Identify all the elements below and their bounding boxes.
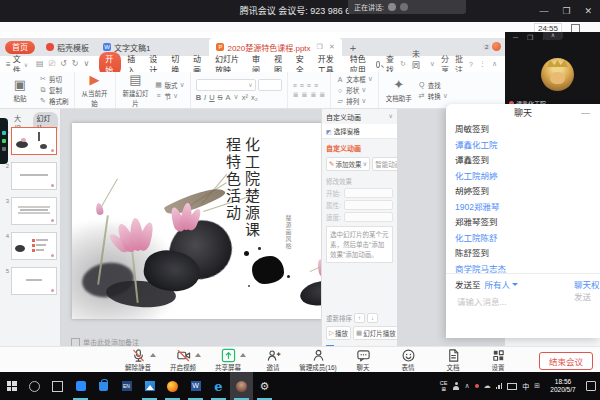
font-family-select[interactable] — [196, 79, 256, 91]
participant-avatar — [541, 58, 574, 91]
close-tab-icon[interactable]: ✕ — [329, 43, 335, 51]
layout-button[interactable]: ▦版式∨ — [155, 80, 185, 90]
section-button[interactable]: ≡节∨ — [155, 91, 185, 101]
convert-button[interactable]: ⇄转换∨ — [418, 91, 448, 101]
emoji-button[interactable]: 表情 — [392, 348, 424, 372]
font-size-select[interactable] — [258, 79, 282, 91]
collapse-video-button[interactable]: ∧ — [543, 32, 563, 40]
paragraph-buttons[interactable]: ≡≡≡≡ ≣≣≣≣ — [293, 82, 326, 98]
slide-thumbnail[interactable]: 4 — [2, 232, 60, 260]
chat-footer: 发送至 所有人 聊天权限 发送 — [446, 273, 600, 308]
chat-message: 1902郑雅琴 — [455, 200, 600, 216]
people-icon[interactable] — [453, 382, 460, 390]
doc-assistant-button[interactable]: ✦ 文档助手 — [384, 78, 414, 103]
share-screen-button[interactable]: 共享屏幕 — [212, 348, 244, 372]
slideshow-button[interactable]: ▦幻灯片播放 — [353, 326, 397, 340]
cut-icon: ✂ — [39, 75, 47, 83]
hidden-icons-chevron[interactable]: ∧ — [465, 382, 470, 390]
chat-button[interactable]: 聊天 — [347, 348, 379, 372]
collapse-ribbon-icon[interactable]: ∧ — [492, 60, 497, 68]
slide-thumbnail[interactable]: 3 — [2, 197, 60, 225]
network-icon[interactable] — [496, 383, 503, 390]
video-minimize-icon[interactable]: ─ — [513, 34, 518, 42]
settings-app[interactable]: ⚙ — [253, 372, 276, 400]
close-button[interactable]: ✕ — [584, 6, 592, 16]
minimize-button[interactable]: — — [539, 6, 548, 16]
photos-app[interactable] — [138, 372, 161, 400]
video-maximize-icon[interactable]: ❐ — [527, 34, 533, 42]
meeting-floating-widget[interactable] — [0, 118, 8, 164]
smart-animation-button[interactable]: 智能动画 — [372, 157, 397, 171]
action-center-icon[interactable] — [586, 381, 596, 391]
docs-button[interactable]: 文档 — [437, 348, 469, 372]
start-video-button[interactable]: 开启视频 — [167, 348, 199, 372]
add-effect-button[interactable]: ✎添加效果∨ — [326, 157, 370, 171]
ribbon-find-button[interactable]: Q查找 — [418, 80, 448, 90]
quick-access-icons[interactable]: ▤⎚↺↻∨ — [36, 59, 89, 69]
caret-up-icon[interactable] — [150, 353, 156, 357]
unmute-button[interactable]: 解除静音 — [122, 348, 154, 372]
task-view-button[interactable] — [46, 372, 69, 400]
edge-app[interactable]: e — [207, 372, 230, 400]
widget-dot-icon — [2, 131, 6, 135]
move-down-button[interactable]: ↓ — [367, 313, 378, 323]
language-indicator[interactable]: 中 — [522, 381, 529, 391]
popout-icon[interactable]: ❐ — [317, 43, 323, 51]
cloud-icon[interactable]: ☁ — [484, 382, 491, 390]
help-icon[interactable]: ? — [469, 61, 473, 68]
chat-input[interactable] — [455, 296, 589, 308]
cut-button[interactable]: ✂剪切 — [39, 74, 69, 84]
shape-button[interactable]: ○形状∨ — [336, 85, 373, 95]
start-button[interactable] — [0, 372, 23, 400]
slide-thumbnail[interactable]: 1 — [2, 127, 60, 155]
more-icon[interactable]: ⋮ — [479, 60, 486, 68]
docer-icon — [46, 43, 54, 51]
chat-permission-button[interactable]: 聊天权限 — [574, 278, 600, 290]
tencent-meeting-app[interactable] — [69, 372, 92, 400]
touch-keyboard-icon[interactable]: ⊞ — [534, 382, 540, 390]
caret-up-icon[interactable] — [240, 353, 246, 357]
send-button[interactable]: 发送 — [574, 290, 591, 302]
firefox-app[interactable] — [161, 372, 184, 400]
play-from-current-button[interactable]: ▶ 从当前开始 — [80, 73, 110, 108]
caret-up-icon[interactable] — [195, 353, 201, 357]
font-style-buttons[interactable]: BIUSA∨x²x₂ — [196, 93, 282, 102]
chat-minimize-button[interactable]: — — [581, 104, 590, 122]
search-icon[interactable] — [376, 61, 380, 68]
video-panel: ─ ❐ ✕ ∧ 谭鑫化工院 — [505, 32, 600, 110]
store-app[interactable] — [92, 372, 115, 400]
slide-thumbnail[interactable]: 5 — [2, 267, 60, 295]
clock[interactable]: 18:562020/5/7 — [545, 378, 581, 394]
section-icon: ≡ — [155, 92, 163, 99]
cortana-button[interactable] — [23, 372, 46, 400]
chat-message-list[interactable]: 周敏签到谭鑫化工院谭鑫签到化工院胡婷胡婷签到1902郑雅琴郑雅琴签到化工院陈舒陈… — [446, 122, 600, 273]
slide-subtitle[interactable]: 楚源画风格 — [284, 215, 293, 257]
slide-thumbnail[interactable]: 2 — [2, 162, 60, 190]
format-painter-button[interactable]: ✎格式刷 — [39, 96, 69, 106]
display-icon[interactable] — [507, 383, 517, 390]
copy-button[interactable]: ⧉复制 — [39, 85, 69, 95]
new-slide-button[interactable]: ▤ 新建幻灯片 — [121, 73, 151, 108]
chat-message: 化工院胡婷 — [455, 169, 600, 185]
arrange-button[interactable]: ▱排列∨ — [336, 96, 373, 106]
invite-button[interactable]: 邀请 — [257, 348, 289, 372]
paste-button[interactable]: ▣ 粘贴 — [5, 78, 35, 103]
slide-title[interactable]: 化工院楚源课程特色活动 — [222, 137, 260, 249]
maximize-button[interactable]: ❐ — [562, 6, 570, 16]
custom-animation-heading: 自定义动画 — [322, 139, 397, 155]
manage-members-button[interactable]: 管理成员(16) — [302, 348, 334, 372]
ime-en-app[interactable]: EN — [115, 372, 138, 400]
pin-icon[interactable] — [475, 384, 479, 388]
word-app[interactable]: W — [184, 372, 207, 400]
selection-pane-button[interactable]: 选择窗格 — [322, 124, 397, 139]
textbox-button[interactable]: A文本框∨ — [336, 74, 373, 84]
ime-indicator[interactable]: CE⊞ — [440, 380, 448, 392]
user-avatar-app[interactable] — [230, 372, 253, 400]
tab-docer[interactable]: 稻壳模板 — [39, 38, 96, 56]
settings-button[interactable]: 设置 — [482, 348, 514, 372]
send-to-select[interactable]: 所有人 — [485, 278, 511, 290]
copy-icon: ⧉ — [39, 86, 47, 94]
play-button[interactable]: ▷播放 — [326, 326, 351, 340]
move-up-button[interactable]: ↑ — [354, 313, 365, 323]
end-meeting-button[interactable]: 结束会议 — [539, 352, 593, 370]
